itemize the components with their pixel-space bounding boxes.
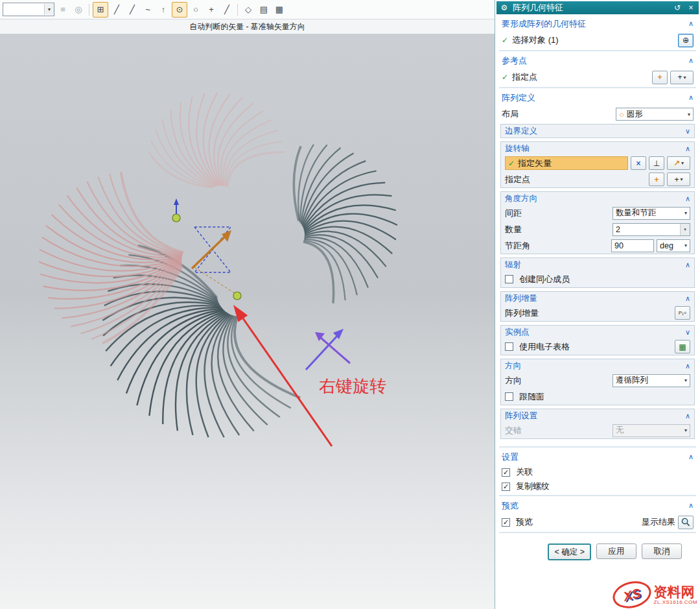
section-settings-header[interactable]: 设置 ∧	[496, 449, 699, 465]
target-icon[interactable]: ◎	[71, 3, 86, 17]
section-preview-header[interactable]: 预览 ∧	[496, 497, 699, 514]
dialog-buttons: < 确定 > 应用 取消	[496, 537, 699, 560]
cancel-button[interactable]: 取消	[642, 543, 682, 559]
associative-row: ✓ 关联	[496, 465, 699, 479]
gear-icon[interactable]: ⚙	[499, 3, 509, 12]
vector-reverse-button[interactable]: ×	[631, 156, 646, 170]
specify-vector-highlight[interactable]: ✓ 指定矢量	[505, 156, 628, 170]
rotation-axis-header[interactable]: 旋转轴 ∧	[501, 142, 694, 155]
chevron-down-icon[interactable]: ▾	[44, 4, 54, 15]
chevron-up-icon[interactable]: ∧	[688, 19, 694, 28]
circle-center-icon[interactable]: ⊙	[172, 2, 187, 18]
dialog-body: 要形成阵列的几何特征 ∧ ✓ 选择对象 (1) ⊕ 参考点 ∧ ✓ 指定点 + …	[495, 14, 700, 609]
handle-ball[interactable]	[233, 292, 241, 300]
preview-label: 预览	[516, 516, 533, 528]
orientation-group: 方向 ∧ 方向 遵循阵列 ▾ 跟随面	[500, 359, 695, 405]
vector-method-dropdown[interactable]: ↗ ▾	[667, 156, 690, 170]
instance-points-header[interactable]: 实例点 ∨	[501, 326, 694, 339]
copy-threads-checkbox[interactable]: ✓	[502, 483, 510, 491]
point-dialog-button[interactable]: +	[652, 71, 668, 84]
increment-header[interactable]: 阵列增量 ∧	[501, 292, 694, 305]
handle-ball[interactable]	[172, 214, 180, 222]
associative-checkbox[interactable]: ✓	[502, 468, 510, 477]
select-scope-button[interactable]: ⊕	[678, 34, 694, 47]
follow-face-checkbox[interactable]	[505, 392, 513, 401]
orientation-label: 方向	[505, 375, 522, 387]
pitch-angle-field[interactable]: 90	[611, 239, 654, 252]
chevron-up-icon[interactable]: ∧	[688, 56, 694, 65]
line-alt-icon[interactable]: ╱	[125, 3, 139, 17]
vector-type-combo[interactable]: ▾	[3, 3, 54, 16]
point-dialog-button[interactable]: +	[649, 173, 664, 186]
apply-button[interactable]: 应用	[596, 543, 636, 559]
pattern-grid-icon[interactable]: ⊞	[93, 2, 108, 18]
circle-layout-icon: ○	[619, 110, 624, 119]
pattern-geometry-feature-dialog: ⚙ 阵列几何特征 ↺ × 要形成阵列的几何特征 ∧ ✓ 选择对象 (1) ⊕ 参…	[495, 0, 700, 609]
chevron-up-icon[interactable]: ∧	[685, 294, 690, 303]
create-concentric-checkbox[interactable]	[505, 275, 513, 283]
chevron-up-icon[interactable]: ∧	[688, 453, 694, 461]
3d-scene: 右键旋转	[0, 34, 495, 609]
spacing-row: 间距 数量和节距 ▾	[501, 205, 694, 221]
vector-dialog-button[interactable]: ⊥	[649, 156, 664, 170]
reset-icon[interactable]: ↺	[672, 3, 682, 12]
chevron-up-icon[interactable]: ∧	[685, 412, 690, 420]
angle-direction-group: 角度方向 ∧ 间距 数量和节距 ▾ 数量 2 ▾	[500, 191, 695, 254]
check-icon: ✓	[502, 73, 508, 82]
point-method-dropdown[interactable]: + ▾	[670, 71, 694, 84]
point-method-dropdown[interactable]: + ▾	[667, 173, 690, 186]
dialog-titlebar[interactable]: ⚙ 阵列几何特征 ↺ ×	[496, 1, 699, 14]
layers-icon[interactable]: ▤	[257, 3, 271, 17]
chevron-up-icon[interactable]: ∧	[685, 145, 690, 153]
layout-dropdown[interactable]: ○ 圆形 ▾	[616, 108, 694, 121]
boundary-header[interactable]: 边界定义 ∨	[501, 125, 694, 137]
spreadsheet-icon: ▦	[679, 342, 686, 352]
chevron-down-icon: ▾	[684, 243, 687, 248]
spreadsheet-button[interactable]: ▦	[675, 340, 690, 353]
preview-checkbox[interactable]: ✓	[502, 518, 510, 527]
radiate-header[interactable]: 辐射 ∧	[501, 258, 694, 271]
point-plus-icon[interactable]: +	[204, 3, 218, 17]
menu-icon[interactable]: ≡	[56, 3, 70, 17]
count-label: 数量	[505, 224, 522, 235]
section-pattern-definition-header[interactable]: 阵列定义 ∧	[496, 90, 699, 106]
section-geometry-header[interactable]: 要形成阵列的几何特征 ∧	[496, 16, 699, 32]
plane-icon[interactable]: ◇	[241, 3, 255, 17]
formula-toggle-icon[interactable]: ▾	[680, 224, 690, 235]
section-reference-point-header[interactable]: 参考点 ∧	[496, 53, 699, 69]
axis-up-icon[interactable]: ↑	[156, 3, 170, 17]
show-result-button[interactable]	[678, 516, 694, 529]
spline-icon[interactable]: ~	[141, 3, 155, 17]
chevron-up-icon[interactable]: ∧	[685, 261, 690, 269]
chevron-up-icon[interactable]: ∧	[685, 195, 690, 203]
increment-button[interactable]: P₁=	[675, 306, 690, 320]
orientation-dropdown[interactable]: 遵循阵列 ▾	[612, 374, 690, 387]
ok-button[interactable]: < 确定 >	[548, 543, 591, 560]
chevron-up-icon[interactable]: ∧	[688, 501, 694, 510]
spacing-dropdown[interactable]: 数量和节距 ▾	[612, 207, 690, 220]
chevron-down-icon[interactable]: ∨	[685, 328, 690, 337]
circle-icon[interactable]: ○	[189, 3, 203, 17]
stagger-row: 交错 无 ▾	[501, 422, 694, 438]
flag-icon[interactable]: ▦	[272, 3, 286, 17]
chevron-up-icon[interactable]: ∧	[688, 93, 694, 102]
chevron-up-icon[interactable]: ∧	[685, 362, 690, 370]
angle-line-icon[interactable]: ╱	[220, 3, 234, 17]
unit-dropdown[interactable]: deg ▾	[657, 239, 690, 252]
stagger-value: 无	[616, 425, 682, 436]
chevron-down-icon[interactable]: ∨	[685, 127, 690, 136]
status-hint: 自动判断的矢量 - 基准轴矢量方向	[0, 19, 495, 34]
specify-vector-label: 指定矢量	[518, 158, 552, 169]
count-field[interactable]: 2 ▾	[612, 223, 690, 236]
pattern-settings-header[interactable]: 阵列设置 ∧	[501, 409, 694, 422]
use-spreadsheet-checkbox[interactable]	[505, 342, 513, 351]
angle-direction-header[interactable]: 角度方向 ∧	[501, 192, 694, 205]
check-icon: ✓	[502, 36, 508, 45]
graphics-viewport[interactable]: 右键旋转	[0, 34, 495, 609]
pattern-settings-group: 阵列设置 ∧ 交错 无 ▾	[500, 409, 695, 439]
watermark: XS 资料网 ZL.XS1616.COM	[612, 582, 697, 608]
orientation-header[interactable]: 方向 ∧	[501, 359, 694, 372]
radiate-group: 辐射 ∧ 创建同心成员	[500, 257, 695, 288]
line-icon[interactable]: ╱	[110, 3, 124, 17]
close-icon[interactable]: ×	[686, 3, 696, 12]
